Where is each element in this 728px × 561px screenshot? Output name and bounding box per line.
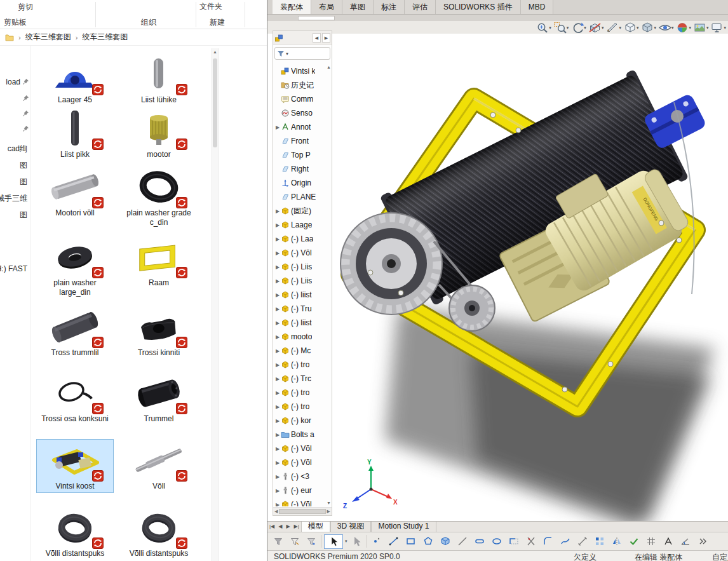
expand-arrow-icon[interactable]: ▶ — [274, 432, 281, 438]
select-tool[interactable] — [324, 534, 343, 549]
tree-item[interactable]: ▶mooto — [274, 330, 330, 344]
expand-arrow-icon[interactable]: ▶ — [274, 418, 281, 424]
tree-item[interactable]: ▶(-) eur — [274, 483, 330, 497]
expand-arrow-icon[interactable]: ▶ — [274, 334, 281, 340]
tree-item[interactable]: ▶(固定) — [274, 204, 330, 218]
expand-arrow-icon[interactable]: ▶ — [274, 236, 281, 242]
ellipse-tool-icon[interactable] — [490, 534, 504, 548]
document-tab[interactable]: 3D 视图 — [330, 522, 372, 532]
apply-scene-icon[interactable]: ▾ — [692, 22, 710, 34]
tree-item[interactable]: Top P — [274, 148, 330, 162]
tab-scroll-next-icon[interactable]: ▶ — [284, 522, 292, 532]
display-style-icon[interactable]: ▾ — [640, 22, 657, 34]
tree-item[interactable]: 历史记 — [274, 78, 330, 92]
hide-show-items-icon[interactable]: ▾ — [657, 22, 675, 34]
tree-filter-box[interactable]: ▾ — [274, 47, 330, 60]
filter-edit-icon[interactable] — [288, 534, 302, 548]
expand-arrow-icon[interactable]: ▶ — [274, 474, 281, 480]
rectangle-tool-icon[interactable] — [404, 534, 418, 548]
tree-item[interactable]: ▶Annot — [274, 120, 330, 134]
file-item[interactable]: Võll — [121, 440, 197, 492]
tree-item[interactable]: ▶(-) Võl — [274, 246, 330, 260]
document-tab[interactable]: 模型 — [301, 522, 330, 532]
tree-scroll-up-icon[interactable]: ▲ — [327, 65, 331, 69]
tree-item[interactable]: Vintsi k — [274, 64, 330, 78]
file-item[interactable]: Võlli distantspuks — [37, 507, 113, 560]
commandmanager-tab[interactable]: 标注 — [374, 0, 405, 14]
scroll-right-icon[interactable]: ▶ — [327, 509, 330, 514]
file-item[interactable]: Liist lühike — [121, 53, 197, 106]
pane-back-icon[interactable]: ◀ — [313, 33, 321, 43]
tree-scroll-down-icon[interactable]: ▼ — [327, 501, 331, 505]
expand-arrow-icon[interactable]: ▶ — [274, 320, 281, 326]
file-item[interactable]: Raam — [121, 236, 197, 289]
tree-item[interactable]: ▶(-) tro — [274, 386, 330, 400]
pane-forward-icon[interactable]: ▶ — [322, 33, 330, 43]
file-item[interactable]: Mootori võll — [37, 166, 113, 219]
file-item[interactable]: Trossi kinniti — [121, 306, 197, 359]
document-tab[interactable]: Motion Study 1 — [371, 522, 436, 532]
more-tools-icon[interactable] — [696, 534, 710, 548]
tree-item[interactable]: ▶(-) Tru — [274, 302, 330, 316]
zoom-fit-icon[interactable]: ▾ — [535, 22, 552, 34]
tree-item[interactable]: ▶(-) Trc — [274, 372, 330, 386]
file-item[interactable]: Laager 45 — [37, 53, 113, 106]
zoom-area-icon[interactable]: ▾ — [553, 22, 570, 34]
commandmanager-tab[interactable]: 评估 — [405, 0, 436, 14]
tab-scroll-first-icon[interactable]: |◀ — [267, 522, 276, 532]
expand-arrow-icon[interactable]: ▶ — [274, 362, 281, 368]
pattern-tool-icon[interactable] — [593, 534, 607, 548]
tab-scroll-prev-icon[interactable]: ◀ — [276, 522, 284, 532]
tree-item[interactable]: ▶(-) Mc — [274, 344, 330, 358]
expand-arrow-icon[interactable]: ▶ — [274, 488, 281, 494]
section-view-icon[interactable]: ▾ — [588, 22, 605, 34]
tree-item[interactable]: ▶Laage — [274, 218, 330, 232]
tree-item[interactable]: Front — [274, 134, 330, 148]
point-tool-icon[interactable] — [370, 534, 384, 548]
edit-appearance-icon[interactable]: ▾ — [675, 22, 692, 34]
file-item[interactable]: Vintsi koost — [37, 440, 113, 492]
mirror-tool-icon[interactable] — [610, 534, 624, 548]
view-orientation-icon[interactable]: ▾ — [623, 22, 640, 34]
expand-arrow-icon[interactable]: ▶ — [274, 446, 281, 452]
cut-view-icon[interactable]: ▾ — [605, 22, 622, 34]
linear-pattern-tool-icon[interactable] — [644, 534, 658, 548]
tab-scroll-last-icon[interactable]: ▶| — [292, 522, 301, 532]
spline-tool-icon[interactable] — [558, 534, 572, 548]
tree-item[interactable]: ▶(-) tro — [274, 358, 330, 372]
scroll-up-icon[interactable]: ▲ — [212, 48, 218, 56]
expand-arrow-icon[interactable]: ▶ — [274, 502, 281, 507]
expand-arrow-icon[interactable]: ▶ — [274, 348, 281, 354]
tree-item[interactable]: ▶(-) Võl — [274, 442, 330, 456]
file-item[interactable]: Liist pikk — [37, 108, 113, 161]
tree-item[interactable]: ▶(-) liist — [274, 316, 330, 330]
extrude-tool-icon[interactable] — [438, 534, 452, 548]
corner-rectangle-tool-icon[interactable] — [507, 534, 521, 548]
tree-item[interactable]: PLANE — [274, 190, 330, 204]
commandmanager-tab[interactable]: SOLIDWORKS 插件 — [436, 0, 521, 14]
commandmanager-tab[interactable]: MBD — [521, 0, 554, 14]
selection-filter-icon[interactable] — [271, 534, 285, 548]
tree-item[interactable]: ▶(-) tro — [274, 400, 330, 414]
tree-item[interactable]: ▶(-) Liis — [274, 260, 330, 274]
featuremanager-tab-icon[interactable] — [274, 34, 284, 43]
customize-label[interactable]: 自定义 — [712, 552, 728, 561]
graphics-area[interactable]: DONGFENG — [267, 21, 728, 521]
expand-arrow-icon[interactable]: ▶ — [274, 460, 281, 466]
tree-item[interactable]: ▶(-) Võl — [274, 456, 330, 470]
expand-arrow-icon[interactable]: ▶ — [274, 306, 281, 312]
file-item[interactable]: mootor — [121, 108, 197, 161]
expand-arrow-icon[interactable]: ▶ — [274, 390, 281, 396]
fillet-tool-icon[interactable] — [541, 534, 555, 548]
tree-item[interactable]: Right — [274, 162, 330, 176]
file-item[interactable]: plain washer grade c_din — [121, 166, 197, 229]
commandmanager-tab[interactable]: 布局 — [311, 0, 342, 14]
file-item[interactable]: Trummel — [121, 372, 197, 425]
text-tool-icon[interactable] — [661, 534, 675, 548]
line-tool-icon[interactable] — [387, 534, 401, 548]
sketch-check-tool-icon[interactable] — [627, 534, 641, 548]
expand-arrow-icon[interactable]: ▶ — [274, 278, 281, 284]
expand-arrow-icon[interactable]: ▶ — [274, 208, 281, 214]
expand-arrow-icon[interactable]: ▶ — [274, 125, 281, 130]
expand-arrow-icon[interactable]: ▶ — [274, 404, 281, 410]
